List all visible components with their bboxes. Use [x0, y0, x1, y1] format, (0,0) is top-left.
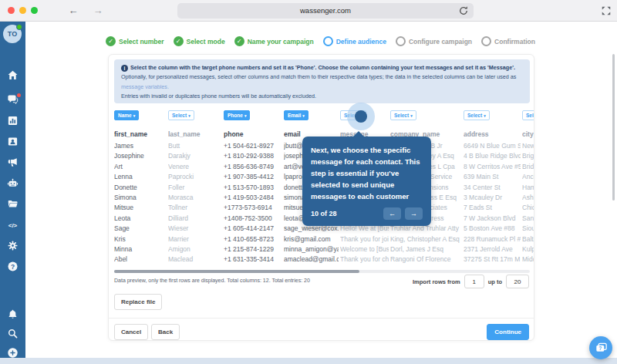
browser-back-button[interactable]: ←: [66, 3, 80, 18]
minimize-window-button[interactable]: [19, 7, 26, 14]
column-selector-first_name[interactable]: Name▾: [114, 110, 139, 120]
sidebar-item-bot[interactable]: [0, 176, 25, 193]
stepper-step[interactable]: Configure campaign: [396, 36, 472, 46]
sidebar-item-help[interactable]: ?: [0, 259, 25, 276]
table-cell: Josephine: [114, 151, 167, 161]
import-to-input[interactable]: [506, 275, 529, 288]
notifications-icon: [7, 308, 19, 323]
sidebar-item-notifications[interactable]: [0, 307, 25, 324]
up-to-label: up to: [488, 278, 502, 285]
table-cell: 5 Boston Ave #88: [464, 224, 521, 234]
table-cell: Morasca: [168, 193, 222, 203]
home-icon: [7, 69, 19, 84]
continue-button[interactable]: Continue: [487, 324, 529, 340]
stepper-step[interactable]: ✓Select number: [106, 36, 164, 46]
stepper-step-label: Confirmation: [494, 38, 535, 46]
files-icon: [7, 198, 19, 213]
table-cell: 228 Runamuck Pl #2808: [464, 234, 521, 244]
stepper-step-label: Define audience: [336, 38, 386, 46]
stepper-step[interactable]: Confirmation: [481, 36, 535, 46]
column-selector-company_name[interactable]: Select▾: [390, 110, 416, 120]
sidebar-item-home[interactable]: [0, 68, 25, 85]
table-cell: +1 810-292-9388: [224, 151, 282, 161]
stepper-step[interactable]: Define audience: [323, 36, 386, 46]
table-cell: +1 605-414-2147: [224, 224, 282, 234]
table-cell: Middle Island: [522, 254, 534, 265]
browser-forward-button[interactable]: →: [91, 3, 105, 18]
table-cell: +1 856-636-8749: [224, 162, 282, 172]
reload-icon[interactable]: [457, 5, 470, 17]
vertical-scrollbar[interactable]: [612, 54, 615, 201]
chevron-down-icon: ▾: [302, 113, 305, 118]
table-cell: Art: [114, 162, 167, 172]
column-selector-city[interactable]: Select▾: [522, 110, 534, 120]
fullscreen-icon[interactable]: [601, 5, 612, 16]
table-cell: King, Christopher A Esq: [390, 234, 462, 244]
cancel-button[interactable]: Cancel: [114, 324, 148, 340]
close-window-button[interactable]: [8, 7, 15, 14]
table-cell: +1773-573-6914: [224, 203, 282, 213]
horizontal-scrollbar-thumb[interactable]: [114, 270, 359, 273]
url-text: wassenger.com: [300, 6, 351, 15]
table-cell: Kulpsville: [522, 244, 534, 254]
table-cell: Dilliard: [168, 214, 222, 224]
column-selector-phone[interactable]: Phone▾: [224, 110, 250, 120]
column-selector-last_name[interactable]: Select▾: [168, 110, 194, 120]
column-header-phone: phone: [224, 130, 282, 140]
table-cell: 3 Mcauley Dr: [464, 193, 521, 203]
sidebar-item-chats[interactable]: [0, 93, 25, 110]
import-rows-label: Import rows from: [413, 278, 460, 285]
column-header-first_name: first_name: [114, 130, 167, 140]
table-cell: Foller: [168, 183, 222, 193]
tour-next-button[interactable]: →: [405, 207, 423, 220]
sidebar-item-settings[interactable]: [0, 238, 25, 255]
table-cell: 8 W Cerritos Ave #54: [464, 162, 521, 172]
bottom-strip: [0, 358, 617, 364]
table-cell: Rangoni Of Florence: [390, 254, 462, 265]
column-header-address: address: [464, 130, 521, 140]
sidebar-item-files[interactable]: [0, 197, 25, 214]
sidebar-item-developer[interactable]: </>: [0, 217, 25, 234]
column-selector-address[interactable]: Select▾: [464, 110, 490, 120]
table-cell: Wieser: [168, 224, 222, 234]
table-cell: Marrier: [168, 234, 222, 244]
table-cell: Tollner: [168, 203, 222, 213]
footer-divider: [109, 318, 534, 318]
column-selector-email[interactable]: Email▾: [284, 110, 308, 120]
table-cell: +1 215-874-1229: [224, 244, 282, 254]
stepper-step[interactable]: ✓Select mode: [174, 36, 225, 46]
chevron-down-icon: ▾: [244, 113, 247, 118]
table-cell: Anchorage: [522, 172, 534, 182]
stepper-step-label: Select mode: [187, 38, 225, 46]
table-cell: +1 410-655-8723: [224, 234, 282, 244]
zoom-window-button[interactable]: [31, 7, 38, 14]
table-cell: 6649 N Blue Gum St: [464, 141, 521, 151]
table-cell: New Orleans: [522, 141, 534, 151]
stepper-step[interactable]: ✓Name your campaign: [234, 36, 314, 46]
tour-beacon[interactable]: [355, 110, 367, 123]
back-button[interactable]: Back: [151, 324, 180, 340]
import-range-controls: Import rows from up to: [413, 275, 529, 288]
table-cell: Brighton: [522, 151, 534, 161]
svg-text:?: ?: [11, 262, 15, 270]
sidebar-item-contacts[interactable]: [0, 134, 25, 151]
sidebar: TO </>?: [0, 22, 25, 358]
table-cell: Abel: [114, 254, 167, 265]
table-cell: Butt: [168, 141, 222, 151]
chat-widget-button[interactable]: ?: [589, 336, 612, 359]
stepper-step-label: Select number: [119, 38, 164, 46]
sidebar-item-search[interactable]: [0, 326, 25, 343]
check-icon: ✓: [234, 36, 244, 46]
sidebar-item-campaigns[interactable]: [0, 155, 25, 172]
table-cell: Venere: [168, 162, 222, 172]
message-variables-link[interactable]: message variables.: [121, 83, 169, 90]
horizontal-scrollbar[interactable]: [114, 270, 530, 273]
table-cell: +1 419-503-2484: [224, 193, 282, 203]
chevron-down-icon: ▾: [188, 113, 190, 118]
import-from-input[interactable]: [464, 275, 484, 288]
replace-file-button[interactable]: Replace file: [114, 294, 162, 310]
url-bar[interactable]: wassenger.com: [177, 3, 474, 19]
sidebar-item-analytics[interactable]: [0, 113, 25, 130]
chevron-down-icon: ▾: [410, 113, 413, 118]
tour-prev-button[interactable]: ←: [383, 207, 401, 220]
